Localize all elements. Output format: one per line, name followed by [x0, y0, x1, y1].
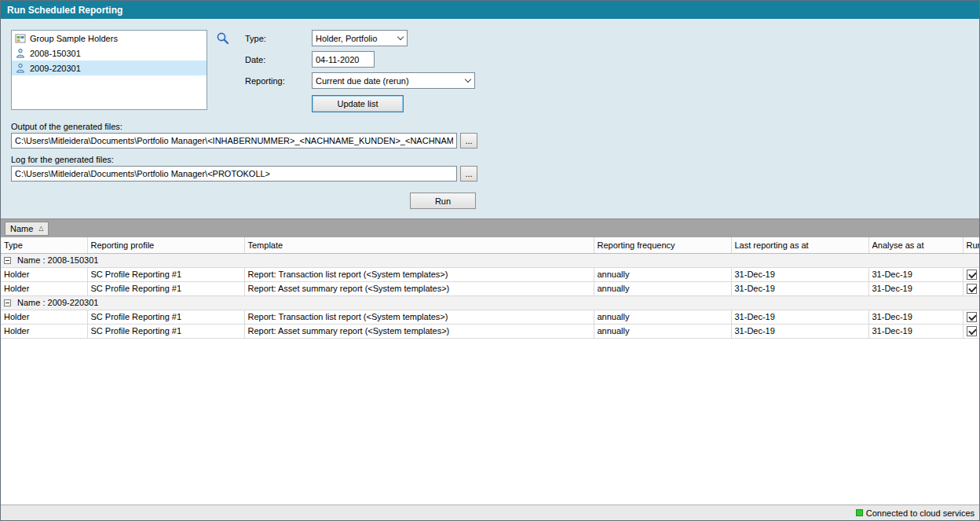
reports-table: Type Reporting profile Template Reportin…: [1, 237, 979, 339]
group-row-label: Name : 2009-220301: [17, 298, 98, 307]
cloud-status-icon: [856, 509, 863, 516]
holder-list: Group Sample Holders 2008-150301: [11, 30, 207, 110]
run-checkbox[interactable]: [967, 270, 977, 280]
reporting-dropdown-value: Current due date (rerun): [316, 76, 423, 86]
cell-reporting-frequency[interactable]: annually: [594, 324, 731, 338]
holder-list-item-2008[interactable]: 2008-150301: [12, 46, 207, 61]
cell-run: [963, 281, 979, 295]
reporting-label: Reporting:: [245, 76, 312, 86]
table-row[interactable]: Holder SC Profile Reporting #1 Report: T…: [1, 267, 979, 281]
reporting-dropdown[interactable]: Current due date (rerun): [312, 72, 475, 89]
cell-type[interactable]: Holder: [1, 324, 87, 338]
output-path-input[interactable]: [11, 133, 457, 149]
table-row[interactable]: Holder SC Profile Reporting #1 Report: T…: [1, 310, 979, 324]
collapse-icon[interactable]: [4, 257, 11, 264]
column-header-run[interactable]: Run: [963, 237, 979, 253]
column-header-template[interactable]: Template: [244, 237, 594, 253]
run-button[interactable]: Run: [410, 193, 476, 209]
search-icon: [216, 31, 229, 46]
holder-icon: [14, 47, 27, 60]
cell-reporting-frequency[interactable]: annually: [594, 267, 731, 281]
cell-template[interactable]: Report: Transaction list report (<System…: [244, 267, 594, 281]
chevron-down-icon[interactable]: [461, 73, 474, 88]
search-holders-button[interactable]: [214, 31, 231, 49]
collapse-icon[interactable]: [4, 299, 11, 306]
run-scheduled-reporting-window: Run Scheduled Reporting Group Sample Hol…: [0, 0, 980, 521]
cell-template[interactable]: Report: Asset summary report (<System te…: [244, 324, 594, 338]
group-by-field-label: Name: [10, 224, 33, 233]
holder-icon: [14, 62, 27, 75]
report-parameters-form: Type: Holder, Portfolio Date: Reporting:…: [245, 30, 475, 112]
update-list-button[interactable]: Update list: [312, 95, 404, 112]
cell-analyse-as-at[interactable]: 31-Dec-19: [868, 324, 963, 338]
log-path-label: Log for the generated files:: [11, 155, 979, 164]
chevron-down-icon[interactable]: [393, 31, 407, 46]
group-by-chip-name[interactable]: Name △: [5, 222, 49, 236]
sort-ascending-icon: △: [38, 226, 43, 232]
cell-run: [963, 267, 979, 281]
cell-last-reporting-as-at[interactable]: 31-Dec-19: [731, 267, 868, 281]
column-header-last-reporting-as-at[interactable]: Last reporting as at: [731, 237, 868, 253]
cell-reporting-profile[interactable]: SC Profile Reporting #1: [87, 310, 244, 324]
output-browse-button[interactable]: ...: [460, 133, 477, 149]
cell-run: [963, 324, 979, 338]
table-header-row: Type Reporting profile Template Reportin…: [1, 237, 979, 253]
status-bar: Connected to cloud services: [1, 504, 979, 520]
log-browse-button[interactable]: ...: [460, 166, 477, 182]
group-row[interactable]: Name : 2008-150301: [1, 253, 979, 267]
run-checkbox[interactable]: [967, 326, 977, 336]
table-row[interactable]: Holder SC Profile Reporting #1 Report: A…: [1, 324, 979, 338]
scheduled-reports-grid: Name △ Type Reporting profile Template R…: [1, 218, 979, 504]
holder-list-item-2009[interactable]: 2009-220301: [12, 61, 207, 75]
column-header-analyse-as-at[interactable]: Analyse as at: [868, 237, 963, 253]
column-header-reporting-profile[interactable]: Reporting profile: [87, 237, 244, 253]
run-checkbox[interactable]: [967, 284, 977, 294]
group-icon: [14, 32, 27, 45]
cell-type[interactable]: Holder: [1, 267, 87, 281]
output-paths-section: Output of the generated files: ... Log f…: [1, 122, 979, 182]
column-header-reporting-frequency[interactable]: Reporting frequency: [594, 237, 731, 253]
cell-type[interactable]: Holder: [1, 281, 87, 295]
cell-analyse-as-at[interactable]: 31-Dec-19: [868, 267, 963, 281]
cell-reporting-frequency[interactable]: annually: [594, 281, 731, 295]
cell-reporting-profile[interactable]: SC Profile Reporting #1: [87, 324, 244, 338]
page-title: Run Scheduled Reporting: [7, 5, 122, 16]
cell-last-reporting-as-at[interactable]: 31-Dec-19: [731, 324, 868, 338]
cell-reporting-profile[interactable]: SC Profile Reporting #1: [87, 281, 244, 295]
run-checkbox[interactable]: [967, 312, 977, 322]
holder-list-item-label: 2009-220301: [30, 64, 81, 73]
cell-reporting-profile[interactable]: SC Profile Reporting #1: [87, 267, 244, 281]
holder-list-item-label: Group Sample Holders: [30, 34, 118, 43]
table-row[interactable]: Holder SC Profile Reporting #1 Report: A…: [1, 281, 979, 295]
column-header-type[interactable]: Type: [1, 237, 87, 253]
cell-template[interactable]: Report: Asset summary report (<System te…: [244, 281, 594, 295]
group-by-bar[interactable]: Name △: [1, 218, 979, 237]
group-row[interactable]: Name : 2009-220301: [1, 295, 979, 310]
holder-list-item-group[interactable]: Group Sample Holders: [12, 31, 207, 46]
output-path-label: Output of the generated files:: [11, 122, 979, 131]
cell-analyse-as-at[interactable]: 31-Dec-19: [868, 310, 963, 324]
cell-run: [963, 310, 979, 324]
log-path-input[interactable]: [11, 166, 457, 182]
cell-reporting-frequency[interactable]: annually: [594, 310, 731, 324]
cell-template[interactable]: Report: Transaction list report (<System…: [244, 310, 594, 324]
cell-analyse-as-at[interactable]: 31-Dec-19: [868, 281, 963, 295]
window-titlebar[interactable]: Run Scheduled Reporting: [1, 1, 979, 19]
cell-last-reporting-as-at[interactable]: 31-Dec-19: [731, 310, 868, 324]
cell-type[interactable]: Holder: [1, 310, 87, 324]
holder-list-item-label: 2008-150301: [30, 49, 81, 58]
date-label: Date:: [245, 55, 312, 64]
cloud-status-text: Connected to cloud services: [866, 508, 975, 518]
group-row-label: Name : 2008-150301: [17, 255, 98, 265]
cell-last-reporting-as-at[interactable]: 31-Dec-19: [731, 281, 868, 295]
type-label: Type:: [245, 34, 312, 43]
type-dropdown[interactable]: Holder, Portfolio: [312, 30, 408, 46]
type-dropdown-value: Holder, Portfolio: [316, 34, 391, 43]
parameters-panel: Group Sample Holders 2008-150301: [1, 19, 979, 218]
date-input[interactable]: [312, 51, 375, 68]
